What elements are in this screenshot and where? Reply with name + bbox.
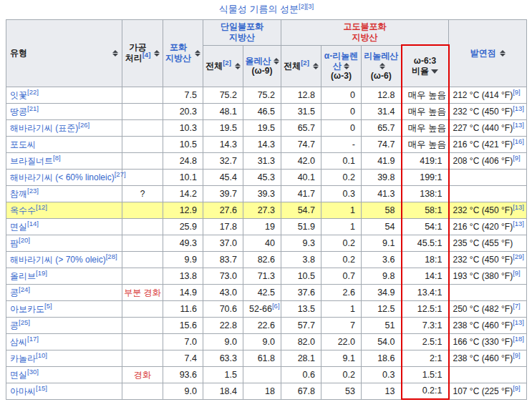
oleic-cell-value: 19 — [265, 222, 275, 232]
reference-link[interactable]: [13] — [513, 121, 524, 129]
reference-link[interactable]: [22] — [27, 88, 39, 96]
poly-total-cell: 0.6 — [281, 366, 321, 383]
oleic-acid-link[interactable]: 올레산 — [246, 56, 271, 66]
oleic-cell-value: 31.3 — [258, 156, 275, 166]
poly-total-cell-value: 3.8 — [303, 255, 315, 265]
reference-link[interactable]: [13] — [513, 220, 524, 227]
oleic-cell: 27.3 — [243, 202, 281, 218]
saturated-cell: 49.3 — [163, 235, 203, 251]
reference-link[interactable]: [9] — [513, 384, 521, 392]
caption-link[interactable]: 식물성 기름의 성분 — [219, 4, 299, 14]
reference-link[interactable]: [3] — [306, 2, 314, 10]
reference: [18] — [513, 335, 524, 343]
column-header-type[interactable]: 유형 — [6, 20, 122, 87]
oil-link[interactable]: 옥수수 — [10, 205, 36, 215]
oil-link[interactable]: 잇꽃 — [10, 90, 27, 100]
oil-name-cell: 땅콩[21] — [6, 103, 122, 119]
reference-link[interactable]: [17] — [27, 335, 39, 343]
oil-link[interactable]: 삼씨 — [10, 337, 27, 347]
saturated-fat-link[interactable]: 포화지방산 — [165, 42, 191, 64]
poly-total-cell: 37.6 — [281, 284, 321, 300]
oil-link[interactable]: 해바라기씨 (> 70% oleic) — [10, 255, 106, 265]
alpha-linolenic-acid-link[interactable]: α-리놀렌산 — [324, 51, 358, 71]
reference-link[interactable]: [13] — [513, 203, 524, 211]
oil-link[interactable]: 해바라기씨 (표준) — [10, 123, 78, 133]
reference-link[interactable]: [27] — [115, 170, 126, 178]
oil-link[interactable]: 면실 — [10, 370, 27, 380]
column-header-saturated[interactable]: 포화지방산 — [163, 20, 203, 87]
smoke-point-link[interactable]: 발연점 — [470, 48, 496, 59]
oil-link[interactable]: 면실 — [10, 222, 27, 232]
reference-link[interactable]: [5] — [44, 302, 52, 310]
reference-link[interactable]: [24] — [19, 285, 30, 293]
oil-link[interactable]: 브라질너트 — [10, 156, 53, 166]
la-cell-value: 74.7 — [377, 139, 395, 149]
reference-link[interactable]: [25] — [19, 318, 30, 326]
reference-link[interactable]: [9] — [513, 154, 521, 162]
oil-link[interactable]: 참깨 — [10, 189, 27, 199]
oleic-cell-value: 71.3 — [258, 271, 275, 281]
header-label-total: 전체[2] — [284, 61, 309, 72]
reference-link[interactable]: [2] — [301, 59, 309, 67]
reference-link[interactable]: [4] — [142, 51, 151, 59]
reference-link[interactable]: [13] — [513, 104, 524, 112]
saturated-cell: 13.8 — [163, 268, 203, 284]
reference: [21] — [27, 104, 39, 112]
omega-ratio-cell-value: 1.5:1 — [422, 370, 442, 380]
reference-link[interactable]: [10] — [36, 351, 47, 359]
reference-link[interactable]: [20] — [19, 236, 30, 244]
oil-link[interactable]: 콩 — [10, 288, 19, 298]
oil-link[interactable]: 땅콩 — [10, 107, 27, 117]
reference-link[interactable]: [21] — [27, 104, 39, 112]
reference-link[interactable]: [9] — [513, 269, 521, 277]
column-header-smoke-point[interactable]: 발연점 — [449, 20, 527, 87]
oil-link[interactable]: 포도씨 — [10, 139, 36, 149]
linoleic-acid-link[interactable]: 리놀레산 — [364, 51, 398, 61]
reference-link[interactable]: [28] — [106, 252, 117, 260]
monounsaturated-fat-link[interactable]: 단일불포화지방산 — [221, 21, 263, 42]
reference-link[interactable]: [12] — [36, 203, 47, 211]
reference-link[interactable]: [15] — [36, 384, 47, 392]
reference-link[interactable]: [9] — [513, 351, 521, 359]
oil-link[interactable]: 아보카도 — [10, 304, 44, 314]
column-header-la[interactable]: 리놀레산 (ω-6) — [362, 45, 402, 87]
reference-link[interactable]: [6] — [272, 301, 280, 309]
reference-link[interactable]: [18] — [513, 335, 524, 343]
column-header-ala[interactable]: α-리놀렌산 (ω-3) — [321, 45, 362, 87]
oil-link[interactable]: 해바라기씨 (< 60% linoleic) — [10, 172, 115, 182]
column-header-poly-total[interactable]: 전체[2] — [281, 45, 321, 87]
reference-link[interactable]: [7] — [513, 302, 521, 310]
reference-link[interactable]: [29] — [513, 252, 524, 260]
reference-link[interactable]: [14] — [27, 220, 39, 227]
oil-link[interactable]: 아마씨 — [10, 386, 36, 396]
processing-value[interactable]: 경화 — [134, 370, 151, 380]
column-header-oleic[interactable]: 올레산 (ω-9) — [243, 45, 281, 87]
column-header-mono-total[interactable]: 전체[2] — [203, 45, 243, 87]
oil-link[interactable]: 콩 — [10, 320, 19, 330]
processing-value[interactable]: 부분 경화 — [124, 288, 160, 298]
reference-link[interactable]: [2] — [299, 2, 306, 10]
ala-cell-value: 0.3 — [343, 189, 355, 199]
reference-link[interactable]: [8] — [53, 154, 61, 162]
column-header-omega-ratio[interactable]: ω-6:3 비율 — [402, 45, 449, 87]
reference-link[interactable]: [19] — [36, 269, 47, 277]
reference-link[interactable]: [9] — [513, 88, 521, 96]
ala-cell-value: 0.1 — [343, 156, 355, 166]
saturated-cell-value: 10.1 — [180, 172, 197, 182]
oil-link[interactable]: 올리브 — [10, 271, 36, 281]
oleic-cell-value: 19.5 — [258, 123, 275, 133]
reference-link[interactable]: [23] — [27, 187, 39, 195]
saturated-cell-value: 10.3 — [180, 123, 197, 133]
reference-link[interactable]: [30] — [27, 368, 39, 376]
reference-link[interactable]: [26] — [78, 121, 90, 129]
oil-link[interactable]: 팜 — [10, 238, 19, 248]
column-header-processing[interactable]: 가공처리[4] — [122, 20, 163, 87]
mono-total-cell: 18.4 — [203, 383, 243, 399]
reference-link[interactable]: [16] — [513, 137, 524, 145]
oil-link[interactable]: 카놀라 — [10, 353, 36, 363]
saturated-cell: 24.8 — [163, 152, 203, 169]
reference-link[interactable]: [2] — [223, 59, 231, 67]
oleic-cell: 39.3 — [243, 185, 281, 202]
reference-link[interactable]: [13] — [513, 318, 524, 326]
polyunsaturated-fat-link[interactable]: 고도불포화지방산 — [344, 21, 387, 42]
